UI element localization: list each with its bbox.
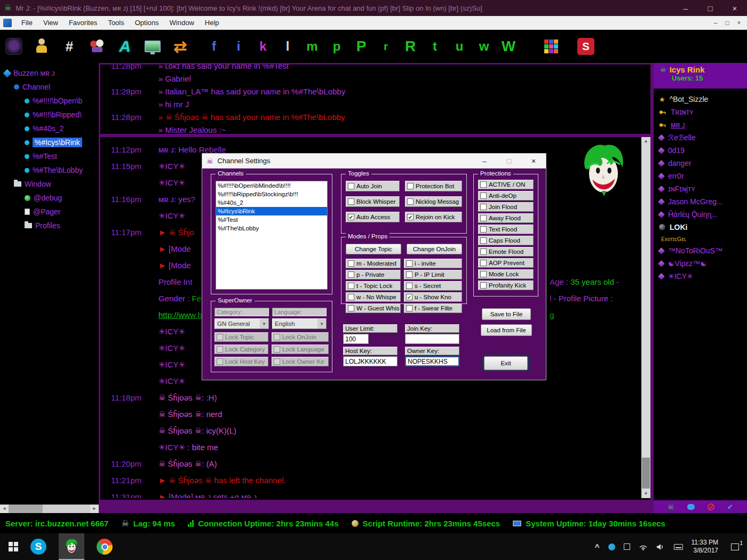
protection-checkbox[interactable]: AOP Prevent bbox=[478, 258, 534, 268]
toolbar-letter-r[interactable]: r bbox=[374, 40, 398, 53]
tray-expand-icon[interactable]: ^ bbox=[595, 542, 600, 551]
script-s-icon[interactable]: S bbox=[577, 38, 594, 55]
tree-channel-item[interactable]: %#40s_2 bbox=[0, 122, 99, 135]
lock-checkbox[interactable]: Lock Category bbox=[214, 345, 268, 354]
taskbar-chat-app-icon[interactable] bbox=[59, 533, 84, 560]
lock-checkbox[interactable]: Lock OnJoin bbox=[272, 332, 329, 342]
protection-checkbox[interactable]: Join Flood bbox=[478, 202, 534, 212]
user-list-item[interactable]: err0r bbox=[654, 170, 747, 182]
chat-vertical-scrollbar[interactable]: ▲ ▼ bbox=[641, 137, 650, 498]
toolbar-letter-l[interactable]: l bbox=[275, 39, 300, 54]
chat-input-bar[interactable] bbox=[100, 500, 650, 511]
tree-window-item[interactable]: @Pager bbox=[0, 205, 99, 219]
tree-horizontal-scrollbar[interactable]: ◄ ► bbox=[0, 505, 99, 513]
mode-checkbox[interactable]: u - Show Kno bbox=[404, 292, 462, 302]
wifi-icon[interactable] bbox=[639, 543, 648, 550]
user-limit-input[interactable] bbox=[343, 334, 369, 344]
buzzen-logo-icon[interactable] bbox=[0, 33, 28, 60]
chat-scrollbar-thumb[interactable] bbox=[642, 458, 650, 489]
save-to-file-button[interactable]: Save to File bbox=[482, 308, 531, 320]
toolbar-letter-R[interactable]: R bbox=[398, 38, 423, 55]
tree-scrollbar-thumb[interactable] bbox=[9, 505, 43, 513]
toolbar-letter-m[interactable]: m bbox=[300, 39, 324, 54]
toolbar-letter-u[interactable]: u bbox=[447, 39, 472, 54]
check-icon[interactable]: ✔ bbox=[727, 503, 733, 511]
protection-checkbox[interactable]: Emote Flood bbox=[478, 247, 534, 257]
tree-channel-item[interactable]: %#Icys\bRink bbox=[0, 135, 99, 149]
mode-checkbox[interactable]: w - No Whispe bbox=[346, 292, 401, 302]
toolbar-letter-t[interactable]: t bbox=[423, 39, 447, 54]
menu-item-options[interactable]: Options bbox=[130, 16, 164, 30]
toggle-checkbox[interactable]: Auto Join bbox=[346, 181, 400, 191]
menu-item-tools[interactable]: Tools bbox=[102, 16, 129, 30]
load-from-file-button[interactable]: Load from File bbox=[481, 324, 532, 336]
join-key-input[interactable] bbox=[405, 334, 459, 344]
user-list-item[interactable]: ™NoToRiOuS™ bbox=[654, 244, 747, 257]
protection-checkbox[interactable]: ACTIVE / ON bbox=[478, 180, 534, 189]
user-profile-icon[interactable] bbox=[28, 33, 55, 60]
dialog-close-button[interactable]: × bbox=[521, 157, 546, 165]
scroll-left-arrow-icon[interactable]: ◄ bbox=[0, 505, 9, 513]
user-list-item[interactable]: ★^Bot_Sizzle bbox=[654, 93, 747, 106]
tray-app-icon[interactable] bbox=[608, 543, 615, 550]
mode-checkbox[interactable]: P - IP Limit bbox=[404, 270, 462, 279]
scroll-down-arrow-icon[interactable]: ▼ bbox=[641, 490, 650, 498]
tree-channel-item[interactable]: %#!!!\bRipped\ bbox=[0, 108, 99, 122]
toolbar-letter-i[interactable]: i bbox=[226, 39, 251, 54]
mode-checkbox[interactable]: t - Topic Lock bbox=[346, 281, 401, 291]
toolbar-letter-W[interactable]: W bbox=[496, 38, 521, 55]
dialog-maximize-button[interactable]: □ bbox=[497, 157, 521, 165]
user-list-item[interactable]: ɪɴFɪɴjᴛʏ bbox=[654, 182, 747, 195]
scroll-up-arrow-icon[interactable]: ▲ bbox=[641, 137, 650, 146]
user-list-item[interactable]: 0d19 bbox=[654, 144, 747, 157]
channel-list-item[interactable]: %#Test bbox=[216, 215, 327, 224]
user-list-item[interactable]: ☯Vίρεz™☯ bbox=[654, 257, 747, 270]
user-list-item[interactable]: Jason McGreg... bbox=[654, 195, 747, 208]
protection-checkbox[interactable]: Profanity Kick bbox=[478, 281, 534, 290]
exit-button[interactable]: Exit bbox=[484, 356, 528, 370]
block-icon[interactable] bbox=[708, 503, 714, 510]
user-list-item[interactable]: LOKi bbox=[654, 221, 747, 234]
user-list-item[interactable]: ✳ICY✳ bbox=[654, 270, 747, 283]
toolbar-letter-f[interactable]: f bbox=[202, 39, 226, 54]
action-center-icon[interactable]: 1 bbox=[727, 539, 743, 555]
child-restore-button[interactable]: □ bbox=[721, 19, 733, 27]
protection-checkbox[interactable]: Caps Flood bbox=[478, 236, 534, 245]
chat-bubble-icon[interactable] bbox=[687, 504, 695, 510]
tree-window-item[interactable]: @debug bbox=[0, 191, 99, 205]
dialog-titlebar[interactable]: ☠ Channel Settings – □ × bbox=[202, 154, 546, 169]
scroll-right-arrow-icon[interactable]: ► bbox=[90, 505, 99, 513]
refresh-arrows-icon[interactable]: ⇄ bbox=[166, 33, 194, 60]
mode-checkbox[interactable]: W - Guest Whis bbox=[346, 303, 401, 313]
toolbar-letter-p[interactable]: p bbox=[324, 39, 349, 54]
channel-list-item[interactable]: %#40s_2 bbox=[216, 198, 327, 207]
avirc-logo-icon[interactable]: A bbox=[111, 33, 139, 60]
mode-checkbox[interactable]: i - invite bbox=[404, 259, 462, 268]
host-key-input[interactable] bbox=[343, 356, 398, 366]
child-minimize-button[interactable]: – bbox=[710, 19, 721, 27]
start-button[interactable] bbox=[9, 542, 18, 551]
lock-checkbox[interactable]: Lock Topic bbox=[214, 332, 268, 342]
taskbar-chrome-icon[interactable] bbox=[92, 533, 117, 560]
toolbar-letter-w[interactable]: w bbox=[472, 39, 496, 54]
menu-item-file[interactable]: File bbox=[16, 16, 38, 30]
channels-listbox[interactable]: %#!!!!\bOpen\bMinded\b!!!!%#!!!\bRipped\… bbox=[216, 181, 328, 290]
channel-list-item[interactable]: %#The\bLobby bbox=[216, 224, 327, 233]
user-list-item[interactable]: ᴍʀ ᴊ bbox=[654, 118, 747, 131]
tree-channel-item[interactable]: %#The\bLobby bbox=[0, 163, 99, 177]
lock-checkbox[interactable]: Lock Language bbox=[272, 345, 329, 354]
volume-icon[interactable] bbox=[656, 543, 665, 550]
user-list-item[interactable]: ExᴏᴛɪᴄGᴇʟ bbox=[654, 234, 747, 244]
child-close-button[interactable]: × bbox=[733, 19, 745, 27]
tree-root-item[interactable]: Buzzen ᴍʀ ᴊ bbox=[0, 66, 99, 80]
lock-checkbox[interactable]: Lock Host Key bbox=[214, 357, 268, 366]
language-dropdown[interactable]: English ▼ bbox=[272, 318, 327, 329]
protection-checkbox[interactable]: Mode Lock bbox=[478, 269, 534, 279]
monitor-icon[interactable] bbox=[139, 33, 166, 60]
toggle-checkbox[interactable]: Nicklog Messag bbox=[405, 196, 462, 207]
skull-action-icon[interactable]: ☠ bbox=[667, 502, 674, 511]
toggle-checkbox[interactable]: Protection Bot bbox=[405, 181, 462, 191]
user-list-item[interactable]: Tʀɪɴᴛʏ bbox=[654, 106, 747, 118]
channel-list-item[interactable]: %#!!!\bRipped\bStockingz\b!!! bbox=[216, 190, 327, 198]
dialog-minimize-button[interactable]: – bbox=[472, 157, 497, 165]
